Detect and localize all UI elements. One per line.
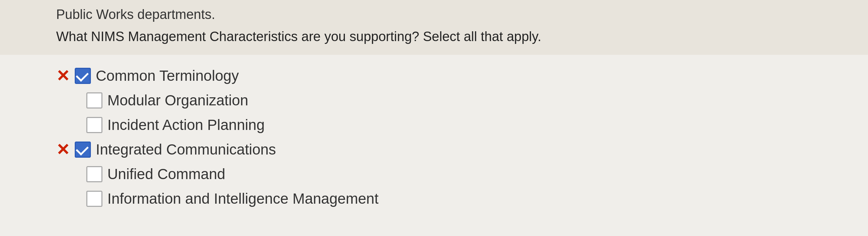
checkbox-label-modular-organization: Modular Organization [107,92,248,109]
checkbox-unchecked-unified-command[interactable] [86,166,102,182]
x-mark-icon: ✕ [56,142,70,158]
checkbox-unchecked-information-intelligence[interactable] [86,191,102,207]
checkbox-unified-command[interactable] [86,166,102,182]
checkbox-modular-organization[interactable] [86,92,102,109]
checkbox-information-intelligence[interactable] [86,191,102,207]
truncated-text: Public Works departments. [56,7,812,22]
checkbox-common-terminology[interactable] [75,68,91,84]
checkbox-list: ✕Common TerminologyModular OrganizationI… [56,65,812,209]
checkbox-integrated-communications[interactable] [75,142,91,158]
checkbox-checked-common-terminology[interactable] [75,68,91,84]
checkbox-item-incident-action-planning[interactable]: Incident Action Planning [56,114,812,136]
checkbox-unchecked-modular-organization[interactable] [86,92,102,109]
checkbox-unchecked-incident-action-planning[interactable] [86,117,102,133]
checkbox-item-information-intelligence[interactable]: Information and Intelligence Management [56,188,812,209]
checkbox-label-unified-command: Unified Command [107,166,225,183]
question-text: What NIMS Management Characteristics are… [56,29,812,44]
main-section: ✕Common TerminologyModular OrganizationI… [0,55,868,236]
checkbox-label-incident-action-planning: Incident Action Planning [107,117,265,133]
x-mark-icon: ✕ [56,68,70,84]
checkbox-label-integrated-communications: Integrated Communications [96,141,276,158]
checkbox-label-information-intelligence: Information and Intelligence Management [107,190,379,207]
checkbox-item-unified-command[interactable]: Unified Command [56,164,812,185]
checkbox-incident-action-planning[interactable] [86,117,102,133]
checkbox-checked-integrated-communications[interactable] [75,142,91,158]
checkbox-item-integrated-communications[interactable]: ✕Integrated Communications [56,139,812,160]
checkbox-item-modular-organization[interactable]: Modular Organization [56,90,812,111]
checkbox-item-common-terminology[interactable]: ✕Common Terminology [56,65,812,86]
checkbox-label-common-terminology: Common Terminology [96,67,239,84]
top-section: Public Works departments. What NIMS Mana… [0,0,868,55]
